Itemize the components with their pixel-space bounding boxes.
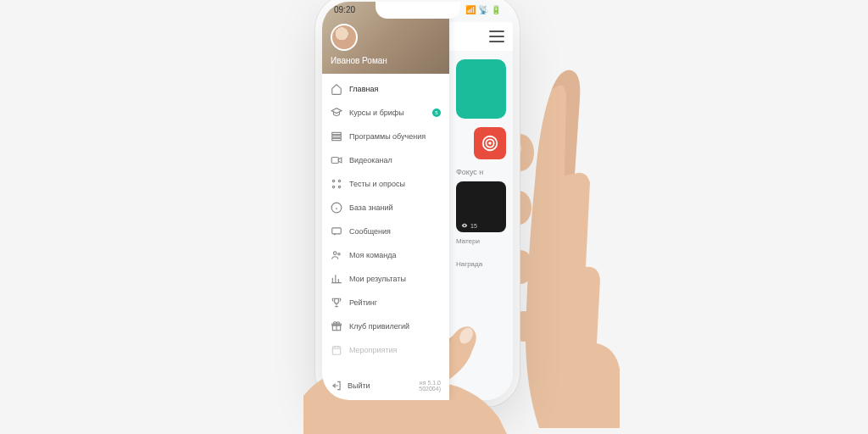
svg-point-24	[489, 142, 491, 144]
menu-label: Тесты и опросы	[349, 180, 405, 188]
user-name: Иванов Роман	[331, 56, 441, 65]
trophy-icon	[331, 297, 342, 309]
info-icon	[331, 202, 342, 214]
menu-item-club[interactable]: Клуб привилегий	[322, 314, 449, 338]
badge: 5	[432, 108, 441, 117]
views-count: 15	[461, 222, 477, 229]
svg-point-13	[332, 186, 334, 187]
message-icon	[331, 225, 342, 237]
menu-label: База знаний	[349, 203, 393, 212]
menu-label: Главная	[349, 85, 378, 93]
menu-label: Мероприятия	[349, 346, 397, 354]
grid-icon	[331, 178, 342, 190]
status-indicators: 📶 📡 🔋	[465, 5, 501, 19]
menu-label: Мои результаты	[349, 275, 406, 283]
exit-label: Выйти	[348, 381, 370, 390]
menu-label: Клуб привилегий	[349, 322, 409, 331]
exit-button[interactable]: Выйти	[331, 380, 370, 392]
phone-notch	[376, 2, 460, 19]
menu-item-results[interactable]: Мои результаты	[322, 267, 449, 291]
video-icon	[331, 154, 342, 166]
menu-item-messages[interactable]: Сообщения	[322, 220, 449, 243]
menu-label: Сообщения	[349, 227, 391, 236]
awards-label: Награда	[456, 260, 506, 268]
svg-point-12	[338, 180, 340, 181]
gift-icon	[331, 320, 342, 332]
exit-icon	[331, 380, 342, 392]
menu-item-events[interactable]: Мероприятия	[322, 338, 449, 362]
menu-label: Программы обучения	[349, 132, 426, 141]
home-icon	[331, 83, 342, 95]
svg-rect-10	[331, 158, 338, 164]
menu-item-video[interactable]: Видеоканал	[322, 148, 449, 172]
video-card[interactable]: 15	[456, 181, 506, 232]
main-content: Фокус н 15 Матери Награда	[449, 2, 513, 400]
team-icon	[331, 249, 342, 261]
menu-item-knowledge[interactable]: База знаний	[322, 196, 449, 220]
target-card[interactable]	[474, 127, 506, 159]
svg-rect-21	[332, 347, 340, 354]
menu-list: Главная Курсы и брифы 5 Программы обучен…	[322, 74, 449, 375]
svg-point-18	[338, 253, 340, 255]
nav-drawer: Иванов Роман Главная Курсы и брифы 5	[322, 2, 449, 400]
svg-point-6	[512, 311, 536, 342]
menu-label: Курсы и брифы	[349, 108, 404, 117]
material-label: Матери	[456, 237, 506, 245]
svg-rect-8	[332, 136, 342, 137]
version-label: ия 5.1.0	[419, 380, 441, 386]
menu-item-rating[interactable]: Рейтинг	[322, 291, 449, 314]
menu-item-team[interactable]: Моя команда	[322, 243, 449, 267]
avatar[interactable]	[331, 24, 358, 51]
svg-rect-9	[332, 138, 342, 140]
phone-frame: 09:20 📶 📡 🔋 Иванов Роман Главная К	[322, 2, 513, 400]
menu-label: Рейтинг	[349, 298, 377, 307]
menu-item-courses[interactable]: Курсы и брифы 5	[322, 101, 449, 125]
status-time: 09:20	[334, 5, 355, 19]
menu-item-home[interactable]: Главная	[322, 77, 449, 101]
build-label: 502004)	[419, 386, 441, 392]
target-icon	[481, 134, 499, 153]
svg-point-11	[332, 180, 334, 181]
section-label-focus: Фокус н	[456, 168, 506, 176]
menu-item-tests[interactable]: Тесты и опросы	[322, 172, 449, 196]
svg-rect-7	[332, 132, 342, 134]
graduation-icon	[331, 107, 342, 119]
hero-card[interactable]	[456, 59, 506, 119]
topbar	[449, 22, 513, 51]
drawer-footer: Выйти ия 5.1.0 502004)	[322, 375, 449, 400]
svg-point-14	[338, 186, 340, 187]
list-icon	[331, 131, 342, 142]
menu-item-programs[interactable]: Программы обучения	[322, 125, 449, 148]
chart-icon	[331, 273, 342, 285]
menu-label: Видеоканал	[349, 156, 392, 164]
calendar-icon	[331, 344, 342, 356]
svg-rect-16	[332, 228, 342, 234]
svg-point-17	[334, 252, 337, 255]
eye-icon	[461, 222, 468, 229]
menu-label: Моя команда	[349, 251, 396, 259]
hamburger-icon[interactable]	[489, 31, 504, 42]
